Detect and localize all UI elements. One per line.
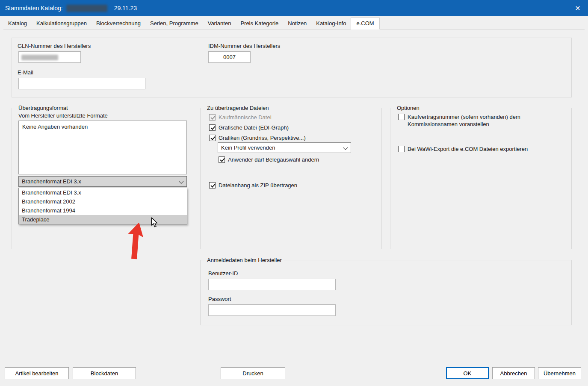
tab-varianten[interactable]: Varianten [203, 18, 236, 29]
format-dropdown-list: Branchenformat EDI 3.x Branchenformat 20… [18, 188, 187, 224]
tab-serien-programme[interactable]: Serien, Programme [145, 18, 203, 29]
checkbox-label: Grafische Datei (EDI-Graph) [219, 124, 289, 131]
tab-kalkulationsgruppen[interactable]: Kalkulationsgruppen [32, 18, 92, 29]
checkbox-row-grafische-datei[interactable]: Grafische Datei (EDI-Graph) [209, 124, 289, 131]
passwort-label: Passwort [208, 296, 231, 302]
dropdown-item-edi3x[interactable]: Branchenformat EDI 3.x [19, 188, 187, 197]
artikel-bearbeiten-button[interactable]: Artikel bearbeiten [5, 367, 69, 379]
uebertragungsformat-group: Übertragungsformat Vom Hersteller unters… [12, 108, 193, 249]
tab-katalog-info[interactable]: Katalog-Info [311, 18, 351, 29]
tab-strip: Katalog Kalkulationsgruppen Blockverrech… [3, 18, 585, 29]
chevron-down-icon [343, 145, 348, 150]
tab-katalog[interactable]: Katalog [3, 18, 32, 29]
dropdown-item-tradeplace[interactable]: Tradeplace [19, 215, 187, 224]
checkbox-row-belegauswahl[interactable]: Anwender darf Belegauswahl ändern [219, 156, 319, 163]
abbrechen-button[interactable]: Abbrechen [492, 367, 535, 379]
window-title: Stammdaten Katalog: [5, 5, 63, 12]
anmeldedaten-title: Anmeldedaten beim Hersteller [205, 257, 284, 263]
tab-notizen[interactable]: Notizen [283, 18, 311, 29]
header-group: GLN-Nummer des Herstellers IDM-Nummer de… [12, 38, 572, 97]
dropdown-item-1994[interactable]: Branchenformat 1994 [19, 206, 187, 215]
dropdown-item-2002[interactable]: Branchenformat 2002 [19, 197, 187, 206]
redacted-gln-value [21, 55, 58, 60]
blockdaten-button[interactable]: Blockdaten [73, 367, 136, 379]
checkbox-row-kaufvertragsnummer[interactable]: Kaufvertragsnummer (sofern vorhanden) de… [398, 113, 526, 128]
tab-ecom[interactable]: e.COM [351, 18, 379, 29]
checkbox-row-wawi-export[interactable]: Bei WaWi-Export die e.COM Dateien export… [398, 145, 539, 153]
anmeldedaten-group: Anmeldedaten beim Hersteller Benutzer-ID… [200, 260, 572, 325]
optionen-title: Optionen [395, 105, 421, 111]
drucken-button[interactable]: Drucken [221, 367, 285, 379]
tab-blockverrechnung[interactable]: Blockverrechnung [92, 18, 145, 29]
chevron-down-icon [179, 179, 183, 184]
checkbox-label: Kaufvertragsnummer (sofern vorhanden) de… [408, 113, 524, 128]
formate-empty-text: Keine Angaben vorhanden [22, 124, 88, 130]
stammdaten-katalog-dialog: Stammdaten Katalog: 29.11.23 ✕ Katalog K… [0, 0, 588, 386]
checkbox-belegauswahl[interactable] [219, 156, 225, 163]
formate-label: Vom Hersteller unterstützte Formate [18, 112, 108, 119]
optionen-group: Optionen Kaufvertragsnummer (sofern vorh… [390, 108, 572, 249]
checkbox-kaufmaennische-datei [209, 114, 216, 121]
redacted-catalog-name [66, 5, 107, 12]
checkbox-kaufvertragsnummer[interactable] [398, 114, 405, 120]
checkbox-zip[interactable] [209, 182, 216, 189]
passwort-input[interactable] [208, 304, 336, 316]
checkbox-row-zip[interactable]: Dateianhang als ZIP übertragen [209, 182, 297, 189]
dateien-group: Zu übertragende Dateien Kaufmännische Da… [200, 108, 382, 249]
benutzer-id-label: Benutzer-ID [208, 270, 238, 277]
titlebar: Stammdaten Katalog: 29.11.23 ✕ [0, 0, 588, 16]
checkbox-row-kaufmaennische-datei: Kaufmännische Datei [209, 114, 272, 121]
profil-combobox-value: Kein Profil verwenden [221, 144, 275, 151]
uebertragungsformat-title: Übertragungsformat [17, 105, 70, 111]
format-combobox-value: Branchenformat EDI 3.x [22, 178, 81, 185]
titlebar-date: 29.11.23 [114, 5, 137, 12]
format-combobox[interactable]: Branchenformat EDI 3.x [18, 176, 187, 187]
checkbox-row-grafiken[interactable]: Grafiken (Grundriss, Perspektive...) [209, 134, 306, 141]
checkbox-label: Anwender darf Belegauswahl ändern [228, 156, 319, 163]
email-label: E-Mail [18, 69, 33, 76]
checkbox-grafiken[interactable] [209, 135, 216, 141]
benutzer-id-input[interactable] [208, 279, 336, 290]
idm-label: IDM-Nummer des Herstellers [208, 43, 280, 49]
uebernehmen-button[interactable]: Übernehmen [538, 367, 581, 379]
ok-button[interactable]: OK [446, 367, 489, 379]
close-icon[interactable]: ✕ [567, 0, 588, 16]
checkbox-label: Dateianhang als ZIP übertragen [219, 182, 297, 189]
profil-combobox[interactable]: Kein Profil verwenden [218, 142, 351, 153]
checkbox-label: Grafiken (Grundriss, Perspektive...) [219, 134, 306, 141]
email-input[interactable] [18, 78, 145, 89]
idm-input[interactable] [208, 51, 251, 63]
tab-preis-kategorie[interactable]: Preis Kategorie [236, 18, 283, 29]
formate-listbox[interactable]: Keine Angaben vorhanden [18, 121, 187, 174]
dateien-title: Zu übertragende Dateien [205, 105, 271, 111]
checkbox-grafische-datei[interactable] [209, 124, 216, 131]
gln-input[interactable] [18, 51, 81, 63]
gln-label: GLN-Nummer des Herstellers [18, 43, 91, 49]
checkbox-wawi-export[interactable] [398, 146, 405, 152]
checkbox-label: Kaufmännische Datei [219, 114, 272, 121]
checkbox-label: Bei WaWi-Export die e.COM Dateien export… [408, 145, 528, 153]
